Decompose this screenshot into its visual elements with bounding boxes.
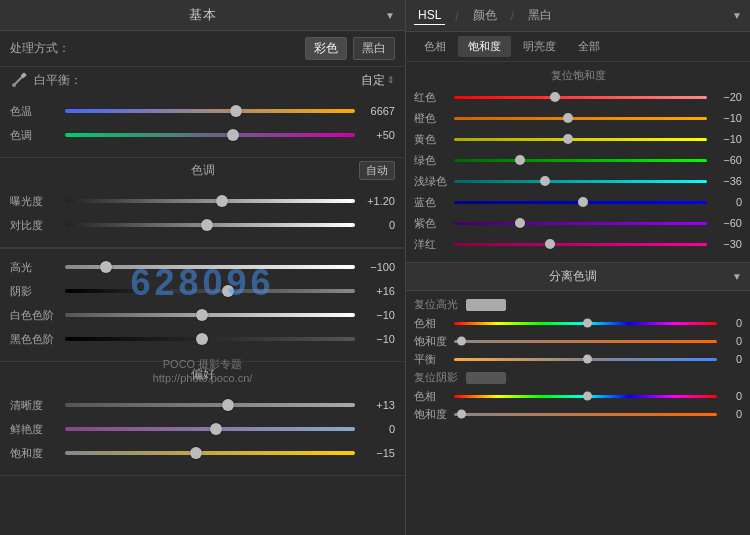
- split-hl-hue-label: 色相: [414, 316, 454, 331]
- hsl-magenta-row: 洋红 −30: [414, 235, 742, 253]
- tint-row: 色调 +50: [10, 125, 395, 145]
- hsl-yellow-slider[interactable]: [454, 133, 707, 145]
- basic-arrow[interactable]: ▼: [385, 10, 395, 21]
- hsl-purple-slider[interactable]: [454, 217, 707, 229]
- whites-slider[interactable]: [65, 308, 355, 322]
- split-balance-row: 平衡 0: [414, 351, 742, 367]
- highlight-color-box[interactable]: [466, 299, 506, 311]
- tone-auto-btn[interactable]: 自动: [359, 161, 395, 180]
- tone-sliders: 曝光度 +1.20 对比度 0: [0, 183, 405, 248]
- hsl-green-label: 绿色: [414, 153, 454, 168]
- contrast-row: 对比度 0: [10, 215, 395, 235]
- process-bw-btn[interactable]: 黑白: [353, 37, 395, 60]
- whites-value: −10: [355, 309, 395, 321]
- process-color-btn[interactable]: 彩色: [305, 37, 347, 60]
- split-hl-sat-value: 0: [717, 335, 742, 347]
- hsl-orange-label: 橙色: [414, 111, 454, 126]
- split-highlight-title: 复位高光: [414, 297, 458, 312]
- vibrance-slider[interactable]: [65, 422, 355, 436]
- split-arrow[interactable]: ▼: [732, 271, 742, 282]
- split-sh-hue-slider[interactable]: [454, 391, 717, 401]
- split-hl-sat-slider[interactable]: [454, 336, 717, 346]
- eyedropper-icon[interactable]: [10, 71, 28, 89]
- hsl-yellow-row: 黄色 −10: [414, 130, 742, 148]
- hsl-green-row: 绿色 −60: [414, 151, 742, 169]
- hsl-red-slider[interactable]: [454, 91, 707, 103]
- shadow-row: 阴影 +16: [10, 281, 395, 301]
- hsl-green-slider[interactable]: [454, 154, 707, 166]
- hsl-tabs: 色相 饱和度 明亮度 全部: [406, 32, 750, 62]
- hsl-tab-main[interactable]: HSL: [414, 6, 445, 25]
- split-hl-sat-row: 饱和度 0: [414, 333, 742, 349]
- hsl-blue-slider[interactable]: [454, 196, 707, 208]
- shadow-slider[interactable]: [65, 284, 355, 298]
- split-sh-hue-label: 色相: [414, 389, 454, 404]
- wb-value[interactable]: 自定: [361, 72, 385, 89]
- hue-tab[interactable]: 色相: [414, 36, 456, 57]
- all-tab[interactable]: 全部: [568, 36, 610, 57]
- split-hl-hue-slider[interactable]: [454, 318, 717, 328]
- hsl-aqua-label: 浅绿色: [414, 174, 454, 189]
- split-section: 复位高光 色相 0 饱和度 0 平衡: [406, 291, 750, 427]
- hsl-yellow-label: 黄色: [414, 132, 454, 147]
- hsl-aqua-slider[interactable]: [454, 175, 707, 187]
- shadow-color-box[interactable]: [466, 372, 506, 384]
- saturation-tab[interactable]: 饱和度: [458, 36, 511, 57]
- whites-label: 白色色阶: [10, 308, 65, 323]
- hsl-green-value: −60: [707, 154, 742, 166]
- highlight-slider[interactable]: [65, 260, 355, 274]
- blacks-value: −10: [355, 333, 395, 345]
- split-balance-value: 0: [717, 353, 742, 365]
- hsl-yellow-value: −10: [707, 133, 742, 145]
- hsl-orange-slider[interactable]: [454, 112, 707, 124]
- split-tone-title: 分离色调: [549, 268, 597, 285]
- clarity-label: 清晰度: [10, 398, 65, 413]
- hsl-purple-row: 紫色 −60: [414, 214, 742, 232]
- tint-slider[interactable]: [65, 128, 355, 142]
- hsl-orange-row: 橙色 −10: [414, 109, 742, 127]
- blacks-slider[interactable]: [65, 332, 355, 346]
- shadow-label: 阴影: [10, 284, 65, 299]
- split-sh-sat-slider[interactable]: [454, 409, 717, 419]
- basic-title: 基本: [189, 6, 217, 24]
- whites-row: 白色色阶 −10: [10, 305, 395, 325]
- temp-slider[interactable]: [65, 104, 355, 118]
- wb-select-arrow[interactable]: ⇕: [387, 75, 395, 85]
- hsl-purple-label: 紫色: [414, 216, 454, 231]
- temp-row: 色温 6667: [10, 101, 395, 121]
- wb-label: 白平衡：: [34, 72, 82, 89]
- hsl-section: 复位饱和度 红色 −20 橙色 −10 黄色: [406, 62, 750, 262]
- clarity-row: 清晰度 +13: [10, 395, 395, 415]
- tint-label: 色调: [10, 128, 65, 143]
- tint-value: +50: [355, 129, 395, 141]
- right-arrow[interactable]: ▼: [732, 10, 742, 21]
- clarity-value: +13: [355, 399, 395, 411]
- wb-sliders: 色温 6667 色调 +50: [0, 93, 405, 158]
- exp-value: +1.20: [355, 195, 395, 207]
- hsl-section-title: 复位饱和度: [414, 64, 742, 85]
- split-shadow-header: 复位阴影: [414, 370, 742, 385]
- split-hl-hue-row: 色相 0: [414, 315, 742, 331]
- split-balance-slider[interactable]: [454, 354, 717, 364]
- exp-slider[interactable]: [65, 194, 355, 208]
- hsl-red-row: 红色 −20: [414, 88, 742, 106]
- clarity-slider[interactable]: [65, 398, 355, 412]
- process-row: 处理方式： 彩色 黑白: [0, 31, 405, 67]
- process-label: 处理方式：: [10, 40, 70, 57]
- shadow-value: +16: [355, 285, 395, 297]
- split-highlight-header: 复位高光: [414, 297, 742, 312]
- hsl-red-value: −20: [707, 91, 742, 103]
- luminance-tab[interactable]: 明亮度: [513, 36, 566, 57]
- highlight-row: 高光 −100: [10, 257, 395, 277]
- split-sh-sat-row: 饱和度 0: [414, 406, 742, 422]
- right-panel-header: HSL / 颜色 / 黑白 ▼: [406, 0, 750, 32]
- contrast-slider[interactable]: [65, 218, 355, 232]
- vibrance-row: 鲜艳度 0: [10, 419, 395, 439]
- bw-tab-main[interactable]: 黑白: [524, 5, 556, 26]
- color-tab-main[interactable]: 颜色: [469, 5, 501, 26]
- saturation-row: 饱和度 −15: [10, 443, 395, 463]
- saturation-slider[interactable]: [65, 446, 355, 460]
- pref-label: 偏好: [191, 366, 215, 383]
- hsl-magenta-slider[interactable]: [454, 238, 707, 250]
- hlsw-sliders: 高光 −100 阴影 +16 白色色阶: [0, 248, 405, 362]
